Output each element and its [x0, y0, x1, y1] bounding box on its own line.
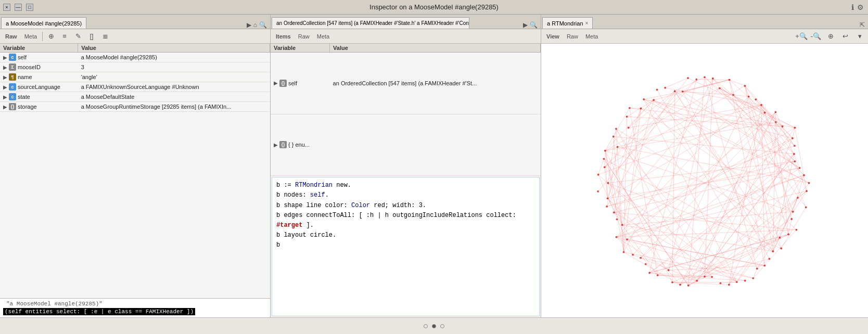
svg-point-202: [790, 218, 793, 220]
left-td-name: ▶ c self: [0, 53, 78, 62]
left-tab-moose-model[interactable]: a MooseModel #angle(29285): [1, 17, 86, 29]
search-icon-mid[interactable]: 🔍: [530, 21, 538, 29]
raw-tab-mid-btn[interactable]: Raw: [295, 31, 313, 42]
svg-point-197: [808, 182, 810, 184]
svg-point-240: [603, 158, 605, 160]
svg-point-233: [613, 211, 615, 213]
fit-btn[interactable]: ⊕: [824, 31, 837, 42]
items-tab-btn[interactable]: Items: [273, 31, 294, 42]
svg-point-269: [782, 125, 784, 127]
svg-line-101: [773, 112, 775, 251]
zoom-out-btn[interactable]: -🔍: [810, 31, 822, 42]
var-name: state: [18, 94, 30, 100]
svg-point-261: [732, 94, 734, 96]
svg-line-183: [730, 80, 765, 265]
mid-td-name: ▶ {} self: [271, 53, 330, 114]
window-controls[interactable]: × — □: [3, 4, 33, 11]
code-line: b: [276, 240, 535, 250]
expand-icon[interactable]: ▶: [3, 94, 7, 100]
minimize-button[interactable]: —: [15, 4, 22, 11]
svg-point-218: [696, 280, 698, 282]
svg-line-115: [649, 235, 788, 273]
nav-dot-3[interactable]: [440, 324, 444, 328]
nav-icon[interactable]: ▶: [247, 21, 251, 29]
svg-point-248: [640, 107, 642, 109]
middle-table-row[interactable]: ▶ {} { } enu...: [271, 114, 541, 176]
nav-icon-mid[interactable]: ▶: [523, 21, 528, 29]
main-area: a MooseModel #angle(29285) ▶ ⌂ 🔍 Raw Met…: [0, 15, 868, 317]
code-line: b shape line color: Color red; width: 3.: [276, 201, 535, 211]
bracket-btn[interactable]: []: [85, 31, 98, 42]
svg-point-230: [616, 236, 618, 238]
svg-point-229: [626, 238, 628, 240]
edit-btn[interactable]: ✎: [72, 31, 84, 42]
right-tab-close[interactable]: ×: [585, 20, 589, 26]
left-table-row[interactable]: ▶ c self a MooseModel #angle(29285): [0, 53, 270, 62]
svg-line-156: [745, 86, 764, 112]
left-table-row[interactable]: ▶ ¶ name 'angle': [0, 72, 270, 82]
left-input-row: (self entities select: [ :e | e class ==…: [3, 308, 267, 315]
svg-point-239: [604, 166, 606, 168]
mid-td-value: [330, 114, 541, 176]
close-button[interactable]: ×: [3, 4, 10, 11]
expand-icon[interactable]: ▶: [3, 55, 7, 60]
menu-btn[interactable]: ≣: [99, 31, 111, 42]
svg-point-222: [668, 269, 670, 271]
svg-line-128: [696, 80, 729, 80]
mondrian-view[interactable]: [541, 44, 868, 317]
svg-line-178: [598, 175, 633, 255]
svg-point-225: [645, 263, 647, 265]
svg-point-214: [728, 284, 730, 286]
crosshair-btn[interactable]: ⊕: [45, 31, 57, 42]
meta-tab-btn[interactable]: Meta: [21, 31, 40, 42]
left-tab-bar: a MooseModel #angle(29285) ▶ ⌂ 🔍: [0, 15, 270, 29]
zoom-in-btn[interactable]: +🔍: [795, 31, 808, 42]
raw-tab-btn[interactable]: Raw: [2, 31, 20, 42]
svg-point-208: [769, 258, 771, 260]
home-icon[interactable]: ⌂: [253, 21, 257, 29]
settings-icon[interactable]: ⚙: [857, 3, 864, 11]
left-tab-icons: ▶ ⌂ 🔍: [247, 21, 269, 29]
expand-icon[interactable]: ▶: [3, 84, 7, 90]
type-badge: ¶: [9, 73, 16, 81]
left-td-value: 3: [78, 62, 270, 72]
expand-icon-right[interactable]: ⇱: [860, 21, 865, 29]
meta-tab-mid-btn[interactable]: Meta: [314, 31, 333, 42]
left-table-row[interactable]: ▶ c sourceLanguage a FAMIXUnknownSourceL…: [0, 82, 270, 92]
svg-point-220: [679, 284, 681, 286]
svg-point-244: [615, 128, 617, 130]
left-table-scroll[interactable]: Variable Value ▶ c self a MooseModel #an…: [0, 44, 270, 298]
raw-tab-right-btn[interactable]: Raw: [564, 31, 581, 42]
expand-icon[interactable]: ▶: [3, 104, 7, 110]
maximize-button[interactable]: □: [26, 4, 33, 11]
svg-point-267: [774, 111, 776, 113]
left-input-code[interactable]: (self entities select: [ :e | e class ==…: [3, 308, 195, 315]
left-td-value: a FAMIXUnknownSourceLanguage #Unknown: [78, 82, 270, 92]
view-tab-btn[interactable]: View: [543, 31, 563, 42]
svg-point-242: [617, 146, 619, 148]
left-table-row[interactable]: ▶ c state a MooseDefaultState: [0, 92, 270, 102]
expand-icon[interactable]: ▶: [3, 74, 7, 80]
expand-icon-mid[interactable]: ▶: [274, 142, 278, 148]
svg-line-182: [688, 235, 788, 286]
middle-tab-ordered-collection[interactable]: an OrderedCollection [547 items] (a FAMI…: [272, 17, 469, 29]
middle-code-editor[interactable]: b := RTMondrian new.b nodes: self.b shap…: [272, 177, 540, 316]
help-icon[interactable]: ℹ: [851, 3, 854, 11]
expand-icon[interactable]: ▶: [3, 65, 7, 70]
meta-tab-right-btn[interactable]: Meta: [582, 31, 601, 42]
left-table-row[interactable]: ▶ Σ mooseID 3: [0, 62, 270, 72]
left-table-row[interactable]: ▶ {} storage a MooseGroupRuntimeStorage …: [0, 102, 270, 112]
expand-icon-mid[interactable]: ▶: [274, 80, 278, 86]
nav-dot-2[interactable]: [432, 324, 436, 328]
search-icon-left[interactable]: 🔍: [259, 21, 267, 29]
svg-point-255: [687, 77, 689, 79]
svg-point-241: [604, 150, 606, 152]
more-btn[interactable]: ▾: [853, 31, 866, 42]
middle-table-row[interactable]: ▶ {} self an OrderedCollection [547 item…: [271, 53, 541, 114]
undo-btn[interactable]: ↩: [839, 31, 851, 42]
svg-line-44: [608, 78, 688, 183]
svg-line-165: [624, 252, 681, 285]
nav-dot-1[interactable]: [424, 324, 428, 328]
right-tab-mondrian[interactable]: a RTMondrian ×: [542, 17, 593, 29]
list-btn[interactable]: ≡: [58, 31, 71, 42]
